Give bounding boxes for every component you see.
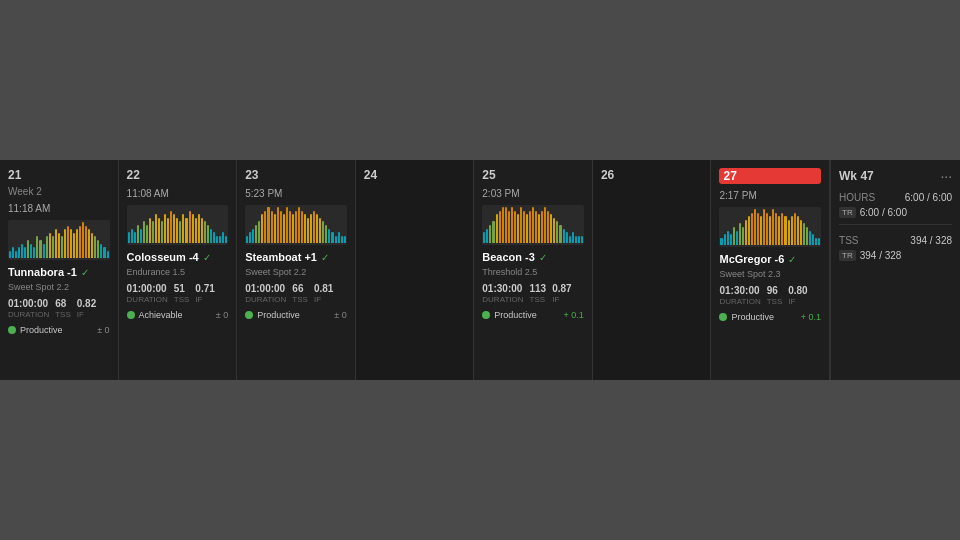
if-value: 0.82 — [77, 298, 96, 309]
chart-bar — [140, 229, 142, 243]
chart-bar — [301, 211, 303, 243]
tss-stat: 66 TSS — [292, 283, 308, 304]
checkmark-icon: ✓ — [788, 254, 796, 265]
chart-bar — [496, 214, 498, 243]
chart-bar — [733, 227, 735, 245]
chart-bar — [82, 222, 84, 258]
chart-bar — [720, 238, 722, 245]
workout-chart — [482, 205, 584, 245]
checkmark-icon: ✓ — [81, 267, 89, 278]
chart-bar — [252, 229, 254, 243]
status-text: Productive — [731, 312, 774, 322]
if-value: 0.81 — [314, 283, 333, 294]
chart-bar — [800, 220, 802, 245]
chart-bar — [189, 211, 191, 243]
chart-bar — [778, 216, 780, 245]
chart-bar — [24, 247, 26, 258]
chart-bar — [788, 220, 790, 245]
chart-bar — [730, 234, 732, 245]
tss-value: 51 — [174, 283, 190, 294]
tr-hours-value: 6:00 / 6:00 — [860, 207, 907, 218]
chart-bar — [61, 236, 63, 258]
status-row: Productive ± 0 — [8, 325, 110, 335]
tss-value: 66 — [292, 283, 308, 294]
chart-bar — [559, 225, 561, 243]
day-number: 21 — [8, 168, 110, 182]
if-label: IF — [314, 295, 333, 304]
chart-bar — [185, 218, 187, 243]
if-label: IF — [77, 310, 96, 319]
hours-value: 6:00 / 6:00 — [905, 192, 952, 203]
chart-bar — [331, 232, 333, 243]
chart-bar — [760, 216, 762, 245]
hours-row: HOURS 6:00 / 6:00 — [839, 192, 952, 203]
chart-bar — [483, 232, 485, 243]
tss-label: TSS — [292, 295, 308, 304]
duration-label: DURATION — [8, 310, 49, 319]
chart-bar — [246, 236, 248, 243]
chart-bar — [204, 221, 206, 243]
tss-stat: 96 TSS — [767, 285, 783, 306]
day-card-24[interactable]: 24 — [356, 160, 475, 380]
chart-bar — [158, 218, 160, 243]
status-dot — [8, 326, 16, 334]
duration-stat: 01:30:00 DURATION — [719, 285, 760, 306]
day-card-21[interactable]: 21Week 211:18 AM Tunnabora -1 ✓ Sweet Sp… — [0, 160, 119, 380]
tss-label: TSS — [174, 295, 190, 304]
tss-stat: 68 TSS — [55, 298, 71, 319]
chart-bar — [298, 207, 300, 243]
day-card-25[interactable]: 252:03 PM Beacon -3 ✓ Threshold 2.5 01:3… — [474, 160, 593, 380]
day-number: 23 — [245, 168, 347, 182]
chart-bar — [12, 247, 14, 258]
chart-bar — [249, 232, 251, 243]
status-delta: ± 0 — [334, 310, 346, 320]
chart-bar — [581, 236, 583, 243]
day-card-26[interactable]: 26 — [593, 160, 712, 380]
day-card-27[interactable]: 272:17 PM McGregor -6 ✓ Sweet Spot 2.3 0… — [711, 160, 830, 380]
duration-value: 01:30:00 — [482, 283, 523, 294]
workout-type: Threshold 2.5 — [482, 267, 584, 277]
chart-bar — [182, 214, 184, 243]
chart-bar — [73, 233, 75, 258]
chart-bar — [52, 236, 54, 258]
duration-stat: 01:00:00 DURATION — [127, 283, 168, 304]
chart-bar — [547, 211, 549, 243]
duration-stat: 01:00:00 DURATION — [245, 283, 286, 304]
chart-bar — [791, 216, 793, 245]
status-row: Productive ± 0 — [245, 310, 347, 320]
chart-bar — [313, 211, 315, 243]
chart-bar — [9, 251, 11, 258]
chart-bar — [538, 214, 540, 243]
chart-bar — [739, 223, 741, 245]
day-card-22[interactable]: 2211:08 AM Colosseum -4 ✓ Endurance 1.5 … — [119, 160, 238, 380]
chart-bar — [754, 209, 756, 245]
chart-bar — [39, 240, 41, 258]
workout-name-row: Tunnabora -1 ✓ — [8, 266, 110, 278]
chart-bar — [289, 211, 291, 243]
chart-bar — [207, 225, 209, 243]
chart-bar — [550, 214, 552, 243]
chart-bar — [264, 211, 266, 243]
chart-bar — [517, 214, 519, 243]
stats-row: 01:30:00 DURATION 113 TSS 0.87 IF — [482, 283, 584, 304]
chart-bar — [529, 211, 531, 243]
chart-bar — [213, 232, 215, 243]
day-card-23[interactable]: 235:23 PM Steamboat +1 ✓ Sweet Spot 2.2 … — [237, 160, 356, 380]
week-summary-header: Wk 47 ··· — [839, 168, 952, 184]
chart-bar — [344, 236, 346, 243]
duration-label: DURATION — [719, 297, 760, 306]
chart-bar — [55, 229, 57, 258]
divider — [839, 224, 952, 225]
status-delta: + 0.1 — [801, 312, 821, 322]
status-delta: ± 0 — [97, 325, 109, 335]
workout-time: 11:08 AM — [127, 188, 229, 199]
stats-row: 01:30:00 DURATION 96 TSS 0.80 IF — [719, 285, 821, 306]
if-stat: 0.82 IF — [77, 298, 96, 319]
status-delta: + 0.1 — [564, 310, 584, 320]
workout-name: Beacon -3 — [482, 251, 535, 263]
tss-label: TSS — [767, 297, 783, 306]
dots-menu-button[interactable]: ··· — [940, 168, 952, 184]
chart-bar — [523, 211, 525, 243]
status-dot — [719, 313, 727, 321]
status-row: Productive + 0.1 — [482, 310, 584, 320]
